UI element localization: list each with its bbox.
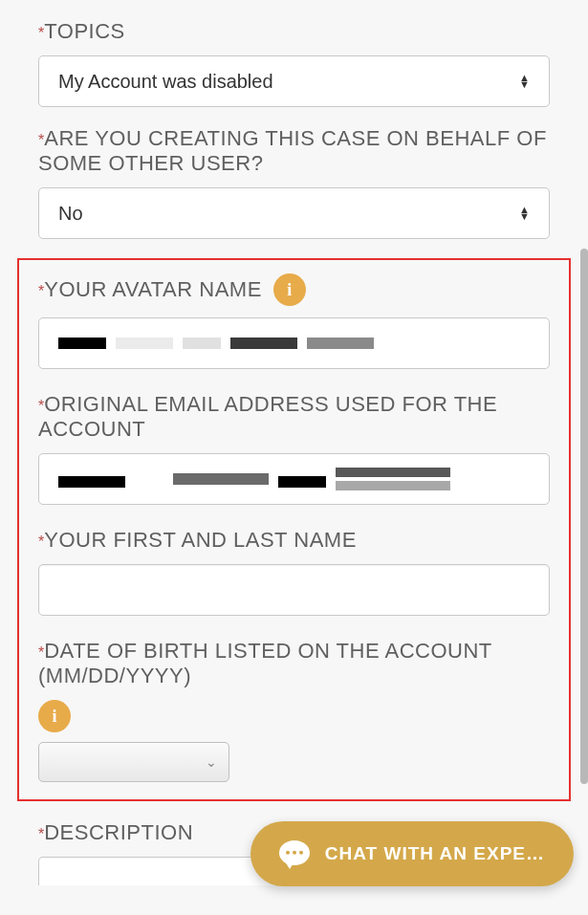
description-label-wrapper: *DESCRIPTION	[38, 820, 193, 845]
avatar-label-wrapper: *YOUR AVATAR NAME	[38, 277, 262, 302]
chat-button[interactable]: CHAT WITH AN EXPE…	[250, 821, 574, 886]
redacted-block	[336, 468, 450, 477]
redacted-block	[173, 473, 269, 485]
redacted-block	[307, 338, 374, 349]
highlighted-section: *YOUR AVATAR NAME i *ORIGINAL EMAIL ADDR…	[17, 258, 571, 801]
behalf-select[interactable]: No ▲ ▼	[38, 187, 550, 239]
topics-label-row: *TOPICS	[38, 19, 550, 44]
avatar-input[interactable]	[38, 317, 550, 369]
select-arrows-icon: ▲ ▼	[519, 207, 530, 220]
email-label-row: *ORIGINAL EMAIL ADDRESS USED FOR THE ACC…	[38, 392, 550, 442]
chat-dots	[286, 851, 303, 855]
info-icon[interactable]: i	[38, 700, 71, 732]
avatar-label: YOUR AVATAR NAME	[44, 277, 262, 301]
topics-select-value: My Account was disabled	[58, 71, 519, 93]
chat-button-label: CHAT WITH AN EXPE…	[325, 843, 545, 864]
topics-group: *TOPICS My Account was disabled ▲ ▼	[38, 19, 550, 107]
avatar-group: *YOUR AVATAR NAME i	[38, 273, 550, 369]
chevron-down-icon: ⌄	[206, 754, 217, 770]
fullname-label-row: *YOUR FIRST AND LAST NAME	[38, 528, 550, 553]
form-container: *TOPICS My Account was disabled ▲ ▼ *ARE…	[0, 0, 588, 915]
redacted-block	[230, 338, 297, 349]
fullname-input[interactable]	[38, 564, 550, 616]
redacted-block	[58, 338, 106, 349]
behalf-label-row: *ARE YOU CREATING THIS CASE ON BEHALF OF…	[38, 126, 550, 176]
fullname-group: *YOUR FIRST AND LAST NAME	[38, 528, 550, 616]
topics-label-wrapper: *TOPICS	[38, 19, 125, 44]
select-arrows-icon: ▲ ▼	[519, 75, 530, 88]
chat-bubble-icon	[279, 840, 310, 865]
dob-group: *DATE OF BIRTH LISTED ON THE ACCOUNT (MM…	[38, 639, 550, 782]
behalf-label: ARE YOU CREATING THIS CASE ON BEHALF OF …	[38, 126, 547, 175]
email-input[interactable]	[38, 453, 550, 505]
redacted-block	[58, 476, 125, 488]
behalf-label-wrapper: *ARE YOU CREATING THIS CASE ON BEHALF OF…	[38, 126, 550, 176]
email-label: ORIGINAL EMAIL ADDRESS USED FOR THE ACCO…	[38, 392, 497, 441]
description-label: DESCRIPTION	[44, 820, 193, 844]
redacted-block	[183, 338, 221, 349]
email-group: *ORIGINAL EMAIL ADDRESS USED FOR THE ACC…	[38, 392, 550, 505]
redacted-block	[135, 473, 163, 485]
topics-label: TOPICS	[44, 19, 125, 43]
redacted-block	[278, 476, 326, 488]
scrollbar-thumb[interactable]	[580, 249, 588, 784]
info-icon[interactable]: i	[273, 273, 306, 306]
chat-icon	[279, 840, 310, 867]
behalf-select-value: No	[58, 203, 519, 225]
fullname-label-wrapper: *YOUR FIRST AND LAST NAME	[38, 528, 357, 553]
topics-select[interactable]: My Account was disabled ▲ ▼	[38, 55, 550, 107]
dob-label-wrapper: *DATE OF BIRTH LISTED ON THE ACCOUNT (MM…	[38, 639, 550, 688]
behalf-group: *ARE YOU CREATING THIS CASE ON BEHALF OF…	[38, 126, 550, 239]
dob-label: DATE OF BIRTH LISTED ON THE ACCOUNT (MM/…	[38, 639, 491, 687]
redacted-block	[116, 338, 173, 349]
redacted-block	[336, 481, 450, 490]
scrollbar-track[interactable]	[580, 0, 588, 915]
redacted-stack	[336, 468, 450, 490]
dob-info-row: i	[38, 700, 550, 732]
fullname-label: YOUR FIRST AND LAST NAME	[44, 528, 357, 552]
dob-select[interactable]: ⌄	[38, 742, 229, 782]
avatar-label-row: *YOUR AVATAR NAME i	[38, 273, 550, 306]
email-label-wrapper: *ORIGINAL EMAIL ADDRESS USED FOR THE ACC…	[38, 392, 550, 442]
dob-label-row: *DATE OF BIRTH LISTED ON THE ACCOUNT (MM…	[38, 639, 550, 688]
